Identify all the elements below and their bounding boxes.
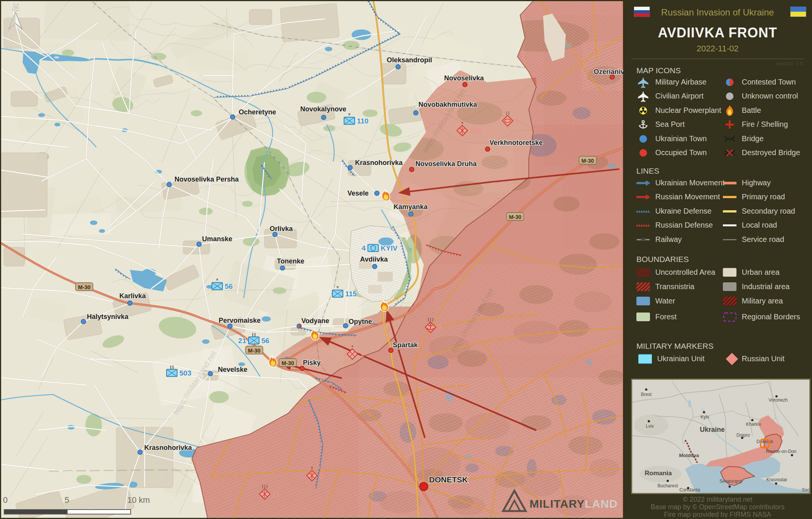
svg-text:21: 21	[238, 337, 247, 345]
svg-text:| |: | |	[252, 332, 255, 337]
svg-text:Voronezh: Voronezh	[769, 397, 788, 403]
svg-text:Novoselivka Persha: Novoselivka Persha	[174, 176, 239, 183]
svg-text:Tonenke: Tonenke	[277, 257, 304, 265]
svg-text:Orlivka: Orlivka	[270, 225, 293, 233]
svg-text:DONETSK: DONETSK	[429, 475, 468, 484]
svg-text:×: ×	[461, 120, 463, 125]
svg-text:Kyiv: Kyiv	[701, 414, 709, 420]
svg-text:Moldova: Moldova	[679, 453, 699, 458]
svg-text:Krasnohorivka: Krasnohorivka	[144, 444, 192, 451]
svg-text:MILITARYLAND: MILITARYLAND	[529, 497, 618, 510]
svg-text:0: 0	[3, 495, 8, 505]
svg-text:×: ×	[351, 344, 354, 348]
svg-text:×: ×	[348, 112, 350, 117]
svg-text:Avdiivka: Avdiivka	[360, 256, 388, 263]
svg-text:| |: | |	[170, 365, 173, 369]
svg-text:Kharkiv: Kharkiv	[746, 422, 761, 427]
svg-text:4: 4	[361, 244, 366, 252]
svg-text:Novokalynove: Novokalynove	[300, 105, 346, 113]
svg-text:10 km: 10 km	[127, 495, 150, 505]
svg-text:Brest: Brest	[641, 392, 652, 397]
svg-text:Umanske: Umanske	[202, 235, 232, 243]
svg-text:56: 56	[225, 282, 233, 290]
svg-text:Kamyanka: Kamyanka	[394, 203, 428, 211]
svg-text:KYIV: KYIV	[381, 244, 398, 252]
svg-text:Sevastopol: Sevastopol	[719, 479, 742, 484]
svg-text:| | |: | | |	[262, 484, 268, 488]
svg-text:Verkhnotoretske: Verkhnotoretske	[489, 139, 543, 146]
svg-text:Vesele: Vesele	[347, 189, 369, 197]
svg-text:Karlivka: Karlivka	[119, 292, 146, 300]
svg-text:Constanta: Constanta	[679, 487, 700, 493]
svg-text:Rostov-on-Don: Rostov-on-Don	[766, 449, 797, 454]
svg-text:Opytne: Opytne	[349, 318, 372, 325]
svg-text:×: ×	[216, 277, 218, 282]
svg-text:Ozerianivka: Ozerianivka	[594, 68, 623, 75]
svg-text:Halytsynivka: Halytsynivka	[87, 313, 129, 320]
svg-text:Novoselivka Druha: Novoselivka Druha	[415, 160, 477, 168]
svg-text:Oleksandropil: Oleksandropil	[387, 56, 432, 64]
svg-text:Sochi: Sochi	[802, 487, 810, 493]
svg-text:Vodyane: Vodyane	[301, 317, 329, 325]
svg-text:Bucharest: Bucharest	[658, 483, 678, 488]
svg-text:11: 11	[272, 490, 280, 498]
svg-text:110: 110	[357, 117, 369, 125]
svg-text:Pisky: Pisky	[303, 359, 321, 367]
svg-text:Krasnohorivka: Krasnohorivka	[355, 159, 403, 166]
svg-text:1: 1	[360, 350, 364, 358]
svg-text:Romania: Romania	[645, 470, 672, 477]
svg-text:Krasnodar: Krasnodar	[766, 477, 787, 482]
svg-text:Spartak: Spartak	[393, 341, 418, 349]
svg-text:Pervomaiske: Pervomaiske	[219, 317, 261, 324]
svg-text:9: 9	[438, 323, 442, 331]
svg-text:Novoselivka: Novoselivka	[444, 74, 484, 82]
svg-text:1: 1	[515, 117, 519, 125]
svg-text:Nevelske: Nevelske	[218, 366, 247, 373]
svg-text:N: N	[12, 2, 19, 12]
svg-text:M-30: M-30	[509, 214, 521, 220]
svg-text:5: 5	[65, 495, 69, 505]
svg-text:115: 115	[345, 290, 357, 298]
svg-text:Lviv: Lviv	[646, 424, 654, 429]
svg-text:5: 5	[320, 472, 324, 480]
svg-text:×: ×	[336, 285, 339, 290]
svg-text:Ukraine: Ukraine	[700, 426, 725, 433]
svg-text:503: 503	[179, 369, 191, 377]
svg-text:M-30: M-30	[78, 284, 90, 290]
svg-text:| |: | |	[506, 111, 509, 115]
svg-text:M-30: M-30	[248, 348, 260, 354]
svg-text:Ocheretyne: Ocheretyne	[239, 108, 276, 116]
svg-text:| | |: | | |	[428, 317, 434, 322]
svg-text:100: 100	[470, 127, 482, 135]
svg-text:M-30: M-30	[281, 360, 294, 366]
svg-text:56: 56	[261, 337, 269, 345]
svg-text:M-30: M-30	[581, 158, 594, 164]
svg-text:×: ×	[311, 465, 313, 470]
svg-text:Dnipro: Dnipro	[736, 433, 750, 438]
